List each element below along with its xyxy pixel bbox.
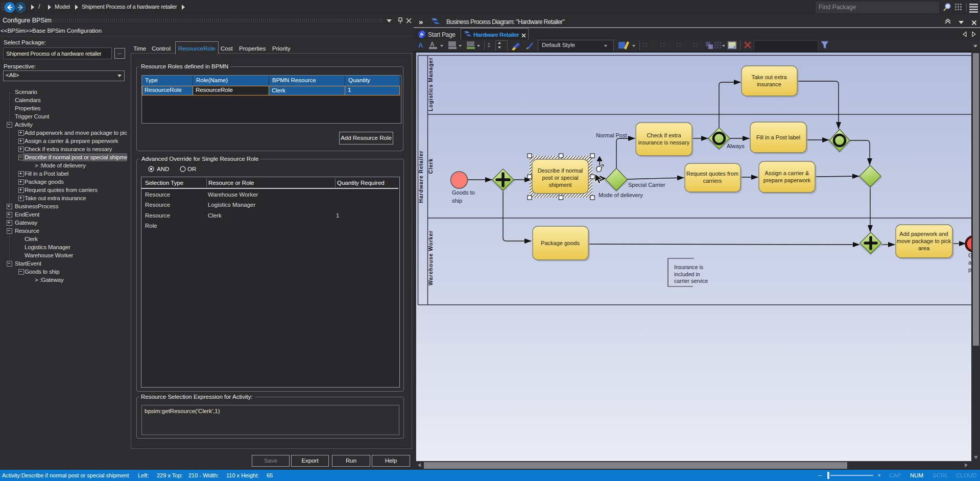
svg-text:included in: included in: [674, 271, 700, 277]
svg-text:carrier service: carrier service: [674, 278, 708, 284]
svg-text:Request quotes from: Request quotes from: [686, 171, 738, 177]
svg-text:post or special: post or special: [542, 175, 579, 181]
svg-text:ship: ship: [452, 198, 462, 204]
svg-text:Package goods: Package goods: [541, 240, 580, 246]
svg-text:Logistics Manager: Logistics Manager: [427, 57, 434, 111]
svg-text:insurance is nessary: insurance is nessary: [638, 139, 690, 146]
svg-text:area: area: [918, 245, 930, 251]
svg-text:Clerk: Clerk: [427, 158, 434, 174]
svg-text:Describe if normal: Describe if normal: [538, 167, 583, 174]
svg-text:Always: Always: [727, 143, 745, 149]
svg-text:Insurance is: Insurance is: [674, 264, 703, 270]
svg-text:Add paperwork and: Add paperwork and: [899, 231, 948, 237]
svg-text:shipment: shipment: [549, 182, 572, 188]
svg-text:Check if extra: Check if extra: [647, 132, 681, 138]
svg-text:Mode of delievery: Mode of delievery: [599, 192, 643, 198]
svg-text:Take out extra: Take out extra: [751, 74, 787, 80]
svg-text:move package to pick: move package to pick: [897, 238, 951, 244]
svg-text:Normal Post: Normal Post: [596, 132, 627, 138]
svg-text:Assign a carrier &: Assign a carrier &: [765, 170, 809, 176]
svg-text:Warehouse Worker: Warehouse Worker: [427, 230, 434, 285]
svg-text:insurance: insurance: [757, 81, 781, 87]
svg-text:Special Carrier: Special Carrier: [628, 182, 665, 188]
svg-text:Hardware Retailer: Hardware Retailer: [418, 151, 424, 203]
svg-text:carriers: carriers: [703, 178, 722, 184]
svg-text:prepare paperwork: prepare paperwork: [763, 177, 811, 183]
svg-text:Fill in a Post label: Fill in a Post label: [756, 134, 800, 140]
svg-text:Goods to: Goods to: [452, 189, 475, 196]
